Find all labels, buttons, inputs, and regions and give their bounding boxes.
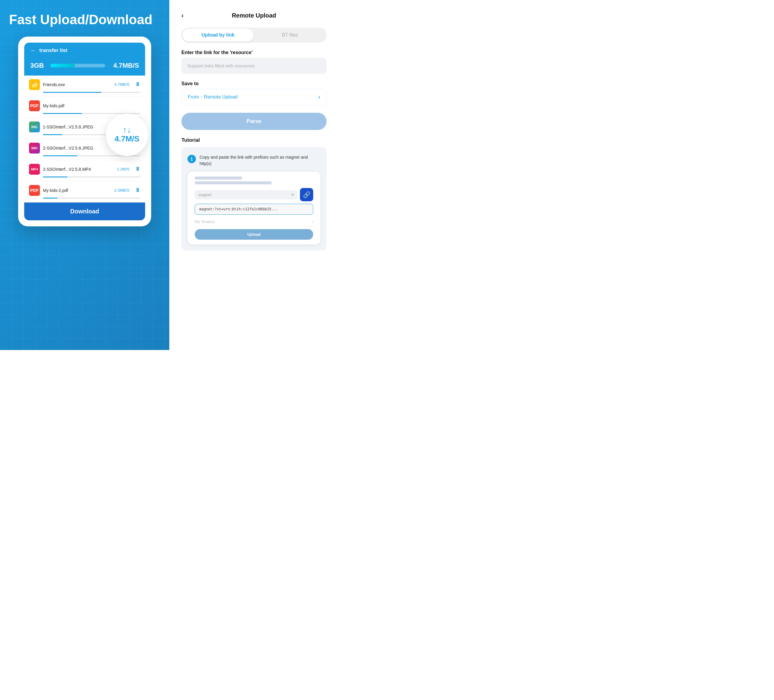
link-section-label: Enter the link for the 'resource'	[181, 50, 326, 55]
placeholder-bar	[195, 177, 242, 180]
file-progress-fill	[43, 177, 68, 177]
tutorial-upload-button[interactable]: Upload	[195, 229, 313, 240]
tutorial-bottom: My Terabox › Upload	[192, 217, 316, 240]
speed-overlay: ↑↓ 4.7M/S	[106, 114, 148, 156]
speed-overlay-value: 4.7M/S	[114, 134, 139, 144]
download-button[interactable]: Download	[24, 203, 145, 220]
placeholder-bar	[195, 182, 272, 184]
speed-arrows-icon: ↑↓	[123, 126, 131, 134]
list-item: PDF My kids-2.pdf 2.3MB/S ⏸	[24, 182, 145, 203]
paste-button[interactable]: 🔗	[300, 188, 313, 201]
list-item: MP4 2-SSOInterf...V2.5.8.MP4 1.2M/S ⏸	[24, 160, 145, 182]
tab-upload-by-link[interactable]: Upload by link	[183, 29, 253, 41]
step-text: Copy and paste the link with prefixes su…	[200, 154, 321, 167]
magnet-label: magnet	[195, 190, 298, 200]
parse-button[interactable]: Parse	[181, 113, 326, 130]
progress-speed: 4.7MB/S	[109, 62, 139, 69]
file-speed: 2.3MB/S	[114, 188, 129, 193]
file-progress-bar	[43, 92, 140, 93]
magnet-dot	[291, 193, 294, 196]
file-name: My kids-2.pdf	[43, 188, 111, 193]
tutorial-box: 1 Copy and paste the link with prefixes …	[181, 147, 326, 251]
step-number: 1	[187, 155, 196, 163]
phone-transfer-title: transfer list	[39, 48, 68, 53]
file-name: Friends.exe	[43, 82, 111, 87]
tutorial-title: Tutorial	[181, 137, 326, 143]
phone-header: ← transfer list	[24, 43, 145, 59]
placeholder-bars	[192, 177, 316, 184]
file-icon-pdf2: PDF	[29, 185, 40, 196]
file-icon-jpeg2: IMG	[29, 143, 40, 154]
file-progress-fill	[43, 198, 58, 198]
tutorial-step-1: 1 Copy and paste the link with prefixes …	[187, 154, 321, 167]
file-name: 2-SSOInterf...V2.5.8.JPEG	[43, 146, 117, 150]
save-to-box[interactable]: From：Remote Upload ›	[181, 89, 326, 106]
file-progress-fill	[43, 134, 62, 135]
link-input-section: Enter the link for the 'resource' Suppor…	[181, 50, 326, 74]
file-progress-fill	[43, 92, 101, 93]
phone-body: 📁 Friends.exe 4.7MB/S ⏸ PDF My kids.pdf	[24, 76, 145, 203]
file-progress-fill	[43, 113, 82, 114]
file-speed: 1.2M/S	[117, 167, 129, 172]
left-panel: Fast Upload/Download ← transfer list 3GB…	[0, 0, 169, 350]
list-item: 📁 Friends.exe 4.7MB/S ⏸	[24, 76, 145, 97]
save-to-label: Save to	[181, 81, 326, 86]
right-panel: ‹ Remote Upload Upload by link BT files …	[169, 0, 339, 350]
save-to-section: Save to From：Remote Upload ›	[181, 81, 326, 106]
my-terabox-row: My Terabox ›	[195, 217, 313, 227]
file-icon-mp4: MP4	[29, 164, 40, 175]
progress-bar-fill	[51, 64, 75, 68]
file-progress-bar	[43, 198, 140, 198]
file-progress-bar	[43, 177, 140, 177]
phone-mockup: ← transfer list 3GB 4.7MB/S 📁 Friends.ex…	[18, 36, 151, 226]
my-terabox-text: My Terabox	[195, 220, 215, 224]
file-icon-jpeg: IMG	[29, 122, 40, 132]
progress-size: 3GB	[30, 62, 47, 69]
save-to-arrow-icon: ›	[318, 94, 320, 100]
save-to-value: From：Remote Upload	[188, 94, 238, 100]
link-input[interactable]: Support links filled with resources	[181, 58, 326, 74]
magnet-row: magnet 🔗	[192, 188, 316, 201]
file-name: 2-SSOInterf...V2.5.8.MP4	[43, 167, 114, 172]
tutorial-phone-mockup: magnet 🔗 magnet:?xt=urn:btih:c12fe1c06bb…	[187, 172, 321, 244]
pause-icon[interactable]: ⏸	[135, 81, 140, 88]
file-progress-fill	[43, 155, 77, 156]
phone-progress-area: 3GB 4.7MB/S	[24, 59, 145, 76]
progress-bar	[51, 64, 105, 68]
phone-back-arrow[interactable]: ←	[30, 48, 36, 54]
magnet-link-bar: magnet:?xt=urn:btih:c12fe1c06bb25...	[195, 204, 313, 215]
hero-title: Fast Upload/Download	[9, 12, 160, 28]
file-icon-pdf: PDF	[29, 100, 40, 111]
my-terabox-arrow-icon: ›	[312, 220, 313, 224]
magnet-text: magnet	[198, 193, 211, 197]
file-icon-folder: 📁	[29, 79, 40, 90]
right-header: ‹ Remote Upload	[181, 12, 326, 19]
tutorial-section: Tutorial 1 Copy and paste the link with …	[181, 137, 326, 251]
file-speed: 4.7MB/S	[114, 82, 129, 87]
page-title: Remote Upload	[232, 12, 276, 19]
pause-icon[interactable]: ⏸	[135, 187, 140, 193]
tab-bt-files[interactable]: BT files	[255, 29, 325, 41]
tab-switcher: Upload by link BT files	[181, 28, 326, 43]
pause-icon[interactable]: ⏸	[135, 166, 140, 172]
back-arrow[interactable]: ‹	[181, 12, 184, 20]
file-name: My kids.pdf	[43, 103, 140, 108]
